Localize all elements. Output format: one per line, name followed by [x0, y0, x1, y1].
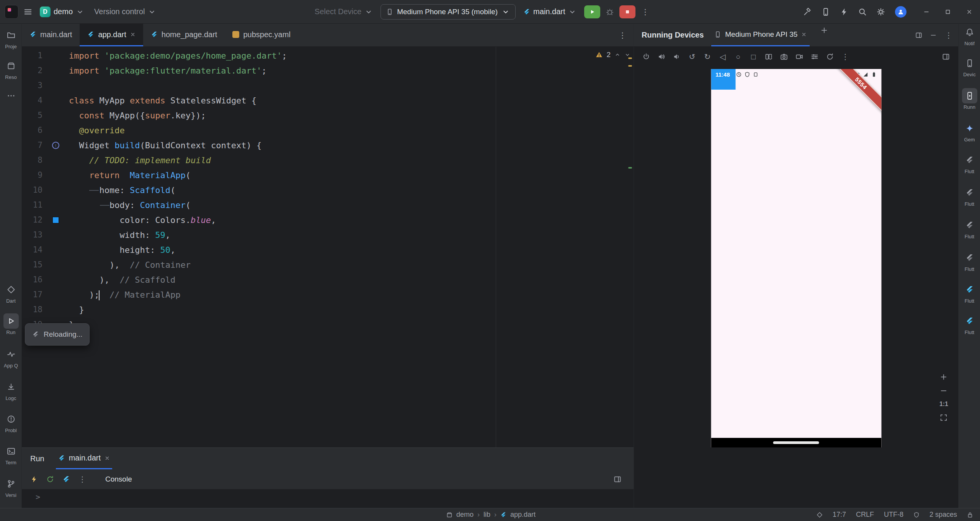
tool-stripe-gemini[interactable]: Gem: [960, 121, 979, 143]
editor-tab-app-dart[interactable]: app.dart: [80, 24, 143, 46]
tool-stripe-notifications[interactable]: Notif: [960, 25, 979, 46]
editor-tab-pubspec-yaml[interactable]: pubspec.yaml: [225, 24, 298, 46]
line-separator[interactable]: CRLF: [856, 511, 874, 519]
line-number[interactable]: 4: [22, 93, 42, 108]
device-volume-up-button[interactable]: [655, 50, 668, 63]
zoom-reset-button[interactable]: 1:1: [939, 401, 948, 408]
device-overview-button[interactable]: □: [746, 50, 760, 63]
caret-position[interactable]: 17:7: [833, 511, 846, 519]
tool-stripe-version-control[interactable]: Versi: [2, 476, 20, 498]
next-problem-button[interactable]: [624, 52, 630, 58]
device-rotate-left-button[interactable]: ↺: [685, 50, 699, 63]
line-number[interactable]: 6: [22, 123, 42, 138]
tool-stripe-more-tool-windows[interactable]: [2, 88, 20, 103]
device-power-button[interactable]: [639, 50, 653, 63]
close-tab-icon[interactable]: [130, 32, 136, 37]
editor-tab-main-dart[interactable]: main.dart: [22, 24, 80, 46]
minimize-button[interactable]: [916, 0, 937, 24]
code-line[interactable]: 11 body: Container(: [22, 198, 634, 213]
tool-stripe-running-devices[interactable]: Runn: [960, 88, 979, 110]
tool-stripe-flutter-outline[interactable]: Flutt: [960, 152, 979, 174]
settings-button[interactable]: [877, 8, 885, 16]
tool-stripe-problems[interactable]: Probl: [2, 411, 20, 433]
color-preview-gutter-icon[interactable]: [52, 217, 59, 223]
editor-tab-home_page-dart[interactable]: home_page.dart: [143, 24, 225, 46]
tab-options-button[interactable]: ⋮: [618, 31, 627, 39]
device-settings-button[interactable]: [808, 50, 822, 63]
line-number[interactable]: 18: [22, 302, 42, 317]
lock-icon[interactable]: [967, 512, 973, 518]
code-line[interactable]: 7↑ Widget build(BuildContext context) {: [22, 138, 634, 153]
line-number[interactable]: 3: [22, 78, 42, 93]
tool-stripe-flutter-devtools[interactable]: Flutt: [960, 250, 979, 272]
tool-stripe-flutter-attach[interactable]: Flutt: [960, 282, 979, 304]
line-number[interactable]: 13: [22, 228, 42, 242]
line-number[interactable]: 1: [22, 48, 42, 63]
run-options-button[interactable]: ⋮: [75, 473, 89, 486]
line-number[interactable]: 15: [22, 257, 42, 272]
hide-panel-button[interactable]: [930, 32, 937, 39]
device-restart-button[interactable]: [823, 50, 837, 63]
emulator-screen[interactable]: 11:48 3G 5554: [711, 69, 881, 447]
close-button[interactable]: [959, 0, 980, 24]
inspection-profile-icon[interactable]: [913, 512, 920, 518]
main-menu-icon[interactable]: [24, 8, 32, 16]
app-logo-icon[interactable]: [5, 5, 18, 19]
code-line[interactable]: 12 color: Colors.blue,: [22, 213, 634, 228]
line-number[interactable]: 16: [22, 272, 42, 287]
code-line[interactable]: 10 home: Scaffold(: [22, 183, 634, 198]
line-number[interactable]: 2: [22, 63, 42, 78]
stop-button[interactable]: [619, 5, 635, 18]
tool-stripe-resource-manager[interactable]: Reso: [2, 58, 20, 80]
tool-stripe-device-manager[interactable]: Devic: [960, 56, 979, 77]
code-line[interactable]: 19}: [22, 317, 634, 332]
line-number[interactable]: 10: [22, 183, 42, 198]
panel-layout-button[interactable]: [915, 32, 922, 39]
code-line[interactable]: 15 ), // Container: [22, 257, 634, 272]
prev-problem-button[interactable]: [614, 52, 621, 58]
breadcrumb-project[interactable]: demo: [456, 511, 474, 519]
device-tab[interactable]: Medium Phone API 35: [711, 24, 810, 46]
scrollbar-warning-mark[interactable]: [628, 57, 632, 59]
device-volume-down-button[interactable]: [670, 50, 684, 63]
more-run-actions-button[interactable]: ⋮: [641, 8, 649, 16]
device-home-button[interactable]: ○: [731, 50, 745, 63]
indent-setting[interactable]: 2 spaces: [929, 511, 957, 519]
close-icon[interactable]: [105, 455, 110, 461]
device-display-mode-button[interactable]: [939, 50, 953, 63]
dart-analysis-icon[interactable]: [817, 512, 823, 518]
device-manager-button[interactable]: [822, 8, 830, 16]
device-fold-button[interactable]: [762, 50, 776, 63]
line-number[interactable]: 11: [22, 198, 42, 213]
tool-stripe-run[interactable]: Run: [2, 313, 20, 335]
code-line[interactable]: 4class MyApp extends StatelessWidget {: [22, 93, 634, 108]
code-line[interactable]: 8 // TODO: implement build: [22, 153, 634, 168]
zoom-in-button[interactable]: [940, 373, 947, 381]
tool-stripe-flutter-run[interactable]: Flutt: [960, 313, 979, 335]
zoom-fit-button[interactable]: [940, 414, 947, 421]
code-editor[interactable]: 1import 'package:demo/pages/home_page.da…: [22, 47, 634, 447]
breadcrumb-file[interactable]: app.dart: [510, 511, 536, 519]
device-screenshot-button[interactable]: [777, 50, 791, 63]
avatar[interactable]: [895, 6, 906, 18]
panel-options-button[interactable]: ⋮: [944, 31, 953, 39]
device-back-button[interactable]: ◁: [716, 50, 730, 63]
line-number[interactable]: 9: [22, 168, 42, 183]
code-line[interactable]: 14 height: 50,: [22, 242, 634, 257]
open-devtools-button[interactable]: [59, 473, 73, 486]
code-line[interactable]: 13 width: 59,: [22, 228, 634, 242]
tool-stripe-flutter-inspector[interactable]: Flutt: [960, 185, 979, 207]
scrollbar-todo-mark[interactable]: [628, 167, 632, 169]
add-device-button[interactable]: [817, 24, 831, 37]
breadcrumb-folder[interactable]: lib: [483, 511, 490, 519]
file-encoding[interactable]: UTF-8: [884, 511, 903, 519]
gesture-pill[interactable]: [773, 441, 819, 444]
inspections-widget[interactable]: 2: [596, 51, 630, 59]
line-number[interactable]: 5: [22, 108, 42, 123]
profiler-button[interactable]: [840, 8, 848, 16]
device-screen-record-button[interactable]: [792, 50, 806, 63]
tool-stripe-project[interactable]: Proje: [2, 28, 20, 49]
tool-stripe-flutter-performance[interactable]: Flutt: [960, 218, 979, 239]
code-line[interactable]: 18 }: [22, 302, 634, 317]
code-line[interactable]: 17 ); // MaterialApp: [22, 287, 634, 302]
